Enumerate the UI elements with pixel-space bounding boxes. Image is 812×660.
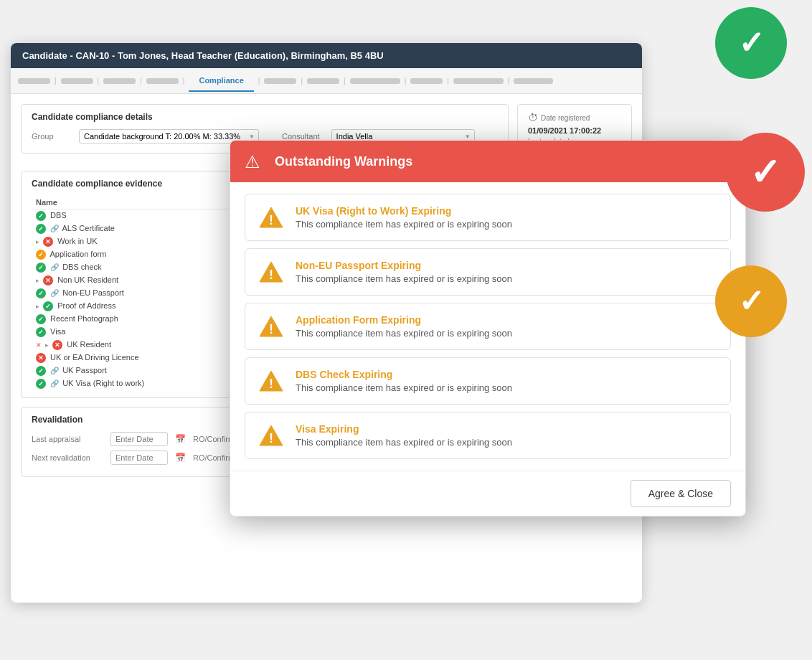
tab-compliance[interactable]: Compliance (189, 70, 253, 92)
nav-placeholder-10[interactable] (514, 78, 553, 84)
status-icon-green: ✓ (36, 288, 46, 298)
window-title: Candidate - CAN-10 - Tom Jones, Head Tea… (22, 50, 384, 61)
link-icon: 🔗 (50, 289, 59, 297)
nav-placeholder-3[interactable] (103, 78, 136, 84)
nav-placeholder-5[interactable] (264, 78, 296, 84)
clock-icon: ⏱ (528, 112, 538, 123)
svg-text:!: ! (269, 213, 273, 227)
nav-placeholder-9[interactable] (453, 78, 504, 84)
warning-item-5: ! Visa Expiring This compliance item has… (245, 412, 731, 459)
status-icon-green: ✓ (36, 263, 46, 273)
warning-content-4: DBS Check Expiring This compliance item … (296, 369, 719, 393)
warning-triangle-icon-4: ! (257, 368, 285, 394)
warning-title-2: Non-EU Passport Expiring (296, 260, 719, 271)
warning-desc-2: This compliance item has expired or is e… (296, 273, 719, 284)
calendar-icon-2[interactable]: 📅 (175, 453, 186, 463)
warning-item-2: ! Non-EU Passport Expiring This complian… (245, 248, 731, 296)
red-circle: ✓ (726, 133, 805, 212)
warnings-modal: Outstanding Warnings ! UK Visa (Right to… (230, 140, 746, 517)
next-reval-input[interactable] (110, 451, 168, 465)
expand-icon[interactable]: ▸ (36, 303, 39, 310)
status-icon-green: ✓ (36, 211, 46, 221)
status-icon-green: ✓ (36, 327, 46, 337)
nav-placeholder-7[interactable] (350, 78, 400, 84)
red-check-icon: ✓ (750, 154, 781, 191)
svg-text:!: ! (269, 322, 273, 336)
warning-triangle-icon-1: ! (257, 204, 285, 230)
warning-content-2: Non-EU Passport Expiring This compliance… (296, 260, 719, 284)
svg-text:!: ! (269, 268, 273, 282)
title-bar: Candidate - CAN-10 - Tom Jones, Head Tea… (11, 43, 642, 68)
warnings-body: ! UK Visa (Right to Work) Expiring This … (230, 182, 745, 471)
link-icon: 🔗 (50, 367, 59, 374)
svg-text:!: ! (269, 431, 273, 446)
status-icon-green: ✓ (36, 224, 46, 234)
warning-content-5: Visa Expiring This compliance item has e… (296, 423, 719, 448)
warning-title-5: Visa Expiring (296, 423, 719, 435)
green-check-icon: ✓ (738, 27, 765, 59)
next-reval-label: Next revalidation (32, 453, 103, 462)
mark-icon: ✕ (36, 341, 42, 349)
link-icon: 🔗 (50, 263, 59, 271)
warning-triangle-icon-2: ! (257, 259, 285, 285)
warning-item-1: ! UK Visa (Right to Work) Expiring This … (245, 194, 731, 241)
agree-close-button[interactable]: Agree & Close (631, 480, 731, 507)
warning-desc-4: This compliance item has expired or is e… (296, 382, 719, 393)
yellow-circle: ✓ (715, 265, 787, 337)
nav-placeholder-4[interactable] (146, 78, 179, 84)
warning-triangle-icon-5: ! (257, 423, 285, 448)
date-registered-label: Date registered (541, 114, 590, 122)
warnings-modal-title: Outstanding Warnings (275, 154, 412, 169)
warning-triangle-icon-3: ! (257, 314, 285, 339)
status-icon-red: ✕ (36, 353, 46, 363)
calendar-icon[interactable]: 📅 (175, 434, 186, 444)
last-appraisal-label: Last appraisal (32, 435, 103, 443)
warning-item-4: ! DBS Check Expiring This compliance ite… (245, 357, 731, 405)
status-icon-green: ✓ (43, 301, 53, 311)
expand-icon[interactable]: ▸ (36, 277, 39, 284)
warning-item-3: ! Application Form Expiring This complia… (245, 303, 731, 350)
warning-title-1: UK Visa (Right to Work) Expiring (296, 205, 719, 217)
link-icon: 🔗 (50, 380, 59, 387)
nav-placeholder-8[interactable] (410, 78, 443, 84)
nav-placeholder-2[interactable] (61, 78, 93, 84)
warning-content-1: UK Visa (Right to Work) Expiring This co… (296, 205, 719, 230)
status-icon-red: ✕ (43, 237, 53, 247)
yellow-check-icon: ✓ (738, 286, 765, 317)
status-icon-yellow: ✓ (36, 250, 46, 260)
warning-desc-5: This compliance item has expired or is e… (296, 437, 719, 448)
status-icon-green: ✓ (36, 314, 46, 324)
warnings-header: Outstanding Warnings (230, 141, 745, 182)
warning-content-3: Application Form Expiring This complianc… (296, 314, 719, 339)
warning-desc-1: This compliance item has expired or is e… (296, 219, 719, 230)
expand-icon[interactable]: ▸ (36, 238, 39, 245)
warnings-footer: Agree & Close (230, 471, 745, 516)
date-registered-value: 01/09/2021 17:00:22 (528, 126, 621, 135)
warning-title-3: Application Form Expiring (296, 314, 719, 326)
group-label: Group (32, 132, 67, 141)
status-icon-green: ✓ (36, 379, 46, 389)
link-icon: 🔗 (50, 225, 59, 232)
last-appraisal-input[interactable] (110, 432, 168, 446)
expand-icon[interactable]: ▸ (45, 341, 49, 349)
warning-desc-3: This compliance item has expired or is e… (296, 328, 719, 339)
nav-tabs: | | | | Compliance | | | | | | (11, 68, 642, 94)
warning-title-4: DBS Check Expiring (296, 369, 719, 380)
status-icon-red: ✕ (52, 340, 62, 350)
nav-placeholder-1[interactable] (18, 78, 50, 84)
green-circle: ✓ (715, 7, 787, 79)
nav-placeholder-6[interactable] (307, 78, 339, 84)
candidate-details-title: Candidate compliance details (32, 112, 498, 122)
svg-text:!: ! (269, 377, 273, 391)
status-icon-green: ✓ (36, 366, 46, 376)
warning-triangle-header-icon (245, 152, 266, 171)
status-icon-red: ✕ (43, 275, 53, 286)
